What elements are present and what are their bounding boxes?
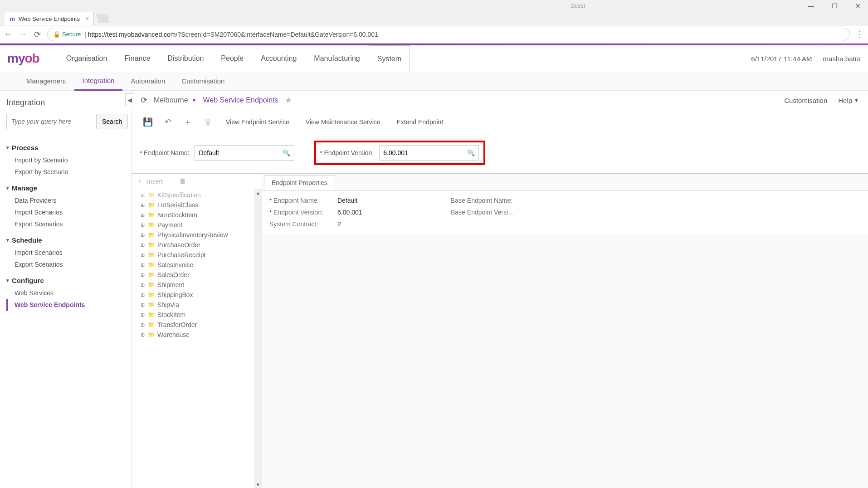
expand-icon[interactable]: ⊞ [140,222,145,228]
extend-endpoint-button[interactable]: Extend Endpoint [390,115,450,129]
breadcrumb: ⟳ Melbourne ▼ Web Service Endpoints ★ Cu… [132,91,868,110]
nav-people[interactable]: People [212,45,252,72]
expand-icon[interactable]: ⊞ [140,202,145,208]
tree-item-purchasereceipt[interactable]: ⊞📁PurchaseReceipt [140,250,262,260]
link-web-services[interactable]: Web Services [6,287,125,299]
tree-item-stockitem[interactable]: ⊞📁StockItem [140,310,262,320]
expand-icon[interactable]: ⊞ [140,232,145,238]
tree-item-lotserialclass[interactable]: ⊞📁LotSerialClass [140,200,262,210]
link-import-scenarios-schedule[interactable]: Import Scenarios [6,247,125,259]
tree-item-kitspecification[interactable]: ⊞📁KitSpecification [140,190,262,200]
endpoint-version-input-wrap[interactable]: 🔍 [379,145,479,161]
link-export-by-scenario[interactable]: Export by Scenario [6,166,125,178]
nav-finance[interactable]: Finance [116,45,159,72]
chrome-menu-icon[interactable]: ⋮ [855,29,864,39]
breadcrumb-context[interactable]: Melbourne [154,96,188,104]
link-export-scenarios-schedule[interactable]: Export Scenarios [6,259,125,270]
nav-accounting[interactable]: Accounting [252,45,305,72]
view-endpoint-service-button[interactable]: View Endpoint Service [219,115,296,129]
expand-icon[interactable]: ⊞ [140,252,145,258]
browser-tab[interactable]: m Web Service Endpoints × [4,12,94,25]
nav-distribution[interactable]: Distribution [159,45,212,72]
tree-item-shipvia[interactable]: ⊞📁ShipVia [140,300,262,310]
url-origin: https://test.myobadvanced.com [88,31,176,38]
search-button[interactable]: Search [96,114,128,129]
nav-organisation[interactable]: Organisation [58,45,116,72]
link-web-service-endpoints[interactable]: Web Service Endpoints [6,299,125,311]
tree-scrollbar[interactable]: ▲ ▼ [254,189,262,488]
maximize-icon[interactable]: ☐ [828,1,841,10]
view-maintenance-service-button[interactable]: View Maintenance Service [299,115,387,129]
close-window-icon[interactable]: ✕ [852,1,864,10]
new-tab-button[interactable] [96,14,109,23]
header-user[interactable]: masha.batra [823,55,861,63]
section-manage[interactable]: Manage [6,184,125,192]
tab-title: Web Service Endpoints [19,15,80,22]
expand-icon[interactable]: ⊞ [140,312,145,318]
subnav-management[interactable]: Management [18,72,74,90]
lock-icon: 🔒 [53,31,60,38]
expand-icon[interactable]: ⊞ [140,292,145,298]
expand-icon[interactable]: ⊞ [140,322,145,328]
breadcrumb-page[interactable]: Web Service Endpoints [203,96,278,104]
endpoint-name-input-wrap[interactable]: 🔍 [195,145,294,161]
section-process[interactable]: Process [6,144,125,151]
folder-icon: 📁 [148,192,155,198]
subnav-integration[interactable]: Integration [74,72,123,91]
tree-item-salesinvoice[interactable]: ⊞📁SalesInvoice [140,260,262,270]
tab-endpoint-properties[interactable]: Endpoint Properties [264,175,335,190]
expand-icon[interactable]: ⊞ [140,212,145,218]
link-import-by-scenario[interactable]: Import by Scenario [6,154,125,166]
tree-item-shipment[interactable]: ⊞📁Shipment [140,280,262,290]
url-bar: ← → ⟳ 🔒 Secure | https://test.myobadvanc… [0,25,868,44]
sidebar: Integration Search Process Import by Sce… [0,91,132,488]
customisation-link[interactable]: Customisation [784,97,827,104]
nav-manufacturing[interactable]: Manufacturing [305,45,368,72]
tree-item-transferorder[interactable]: ⊞📁TransferOrder [140,320,262,330]
link-import-scenarios-manage[interactable]: Import Scenarios [6,206,125,218]
subnav-automation[interactable]: Automation [122,72,173,90]
context-dropdown-icon[interactable]: ▼ [192,98,197,103]
tree-item-purchaseorder[interactable]: ⊞📁PurchaseOrder [140,240,262,250]
back-icon[interactable]: ← [4,29,13,39]
expand-icon[interactable]: ⊞ [140,262,145,268]
favorite-icon[interactable]: ★ [285,95,292,105]
collapse-sidebar-icon[interactable]: ◀ [125,93,134,106]
subnav-customisation[interactable]: Customisation [173,72,233,90]
window-controls: Guest — ☐ ✕ [0,0,868,12]
expand-icon[interactable]: ⊞ [140,272,145,278]
lookup-icon[interactable]: 🔍 [467,149,475,156]
endpoint-version-input[interactable] [383,149,467,156]
help-link[interactable]: Help ▼ [838,97,859,104]
reload-icon[interactable]: ⟳ [33,29,42,39]
add-icon[interactable]: ＋ [180,114,196,130]
tab-close-icon[interactable]: × [85,15,89,22]
tree-item-payment[interactable]: ⊞📁Payment [140,220,262,230]
tree-item-warehouse[interactable]: ⊞📁Warehouse [140,330,262,340]
toolbar: 💾 ↶ ＋ 🗑 View Endpoint Service View Maint… [132,110,868,134]
expand-icon[interactable]: ⊞ [140,282,145,288]
scroll-down-icon[interactable]: ▼ [256,481,260,488]
minimize-icon[interactable]: — [805,1,817,10]
endpoint-name-input[interactable] [199,149,283,156]
refresh-icon[interactable]: ⟳ [141,95,147,105]
section-configure[interactable]: Configure [6,277,125,284]
lookup-icon[interactable]: 🔍 [283,149,290,156]
link-export-scenarios-manage[interactable]: Export Scenarios [6,218,125,230]
tree-item-shippingbox[interactable]: ⊞📁ShippingBox [140,290,262,300]
section-schedule[interactable]: Schedule [6,236,125,244]
expand-icon[interactable]: ⊞ [140,242,145,248]
tree-item-physicalinventoryreview[interactable]: ⊞📁PhysicalInventoryReview [140,230,262,240]
expand-icon[interactable]: ⊞ [140,192,145,198]
link-data-providers[interactable]: Data Providers [6,195,125,206]
tree-item-salesorder[interactable]: ⊞📁SalesOrder [140,270,262,280]
url-input[interactable]: 🔒 Secure | https://test.myobadvanced.com… [47,28,850,41]
expand-icon[interactable]: ⊞ [140,302,145,308]
scroll-up-icon[interactable]: ▲ [256,189,260,196]
nav-system[interactable]: System [369,45,410,72]
expand-icon[interactable]: ⊞ [140,332,145,338]
search-input[interactable] [6,114,96,129]
tree-item-nonstockitem[interactable]: ⊞📁NonStockItem [140,210,262,220]
logo[interactable]: myob [7,51,39,66]
undo-icon[interactable]: ↶ [160,114,176,130]
